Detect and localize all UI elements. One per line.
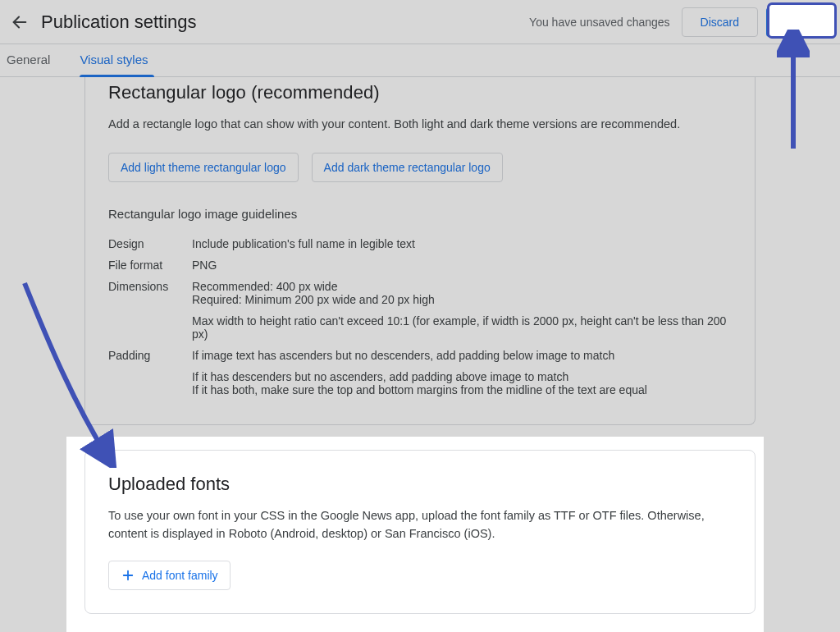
add-font-family-label: Add font family — [142, 569, 218, 582]
tab-visual-styles[interactable]: Visual styles — [80, 44, 154, 76]
content-area: Rectangular logo (recommended) Add a rec… — [0, 77, 840, 632]
guideline-value-padding: If image text has ascenders but no desce… — [192, 349, 732, 396]
save-button[interactable]: Save — [766, 7, 830, 37]
add-dark-logo-button[interactable]: Add dark theme rectangular logo — [312, 153, 503, 182]
guideline-value-file: PNG — [192, 259, 732, 272]
rectangular-logo-card: Rectangular logo (recommended) Add a rec… — [84, 77, 756, 425]
header: Publication settings You have unsaved ch… — [0, 0, 840, 44]
guidelines-subhead: Rectangular logo image guidelines — [108, 207, 732, 221]
plus-icon — [121, 568, 135, 583]
rect-logo-title: Rectangular logo (recommended) — [108, 77, 732, 103]
guideline-label-padding: Padding — [108, 349, 192, 362]
fonts-desc: To use your own font in your CSS in the … — [108, 506, 732, 543]
rect-logo-desc: Add a rectangle logo that can show with … — [108, 115, 732, 133]
tabs-bar: General Visual styles — [0, 44, 840, 77]
guideline-value-dimensions: Recommended: 400 px wide Required: Minim… — [192, 280, 732, 341]
guidelines-table: Design Include publication's full name i… — [108, 237, 732, 396]
add-font-family-button[interactable]: Add font family — [108, 561, 231, 590]
add-light-logo-button[interactable]: Add light theme rectangular logo — [108, 153, 299, 182]
uploaded-fonts-card: Uploaded fonts To use your own font in y… — [84, 450, 756, 614]
guideline-label-file: File format — [108, 259, 192, 272]
back-arrow-icon[interactable] — [10, 12, 30, 32]
unsaved-changes-text: You have unsaved changes — [529, 16, 670, 29]
guideline-label-dimensions: Dimensions — [108, 280, 192, 293]
tab-general[interactable]: General — [7, 44, 57, 76]
discard-button[interactable]: Discard — [682, 7, 758, 37]
guideline-value-design: Include publication's full name in legib… — [192, 237, 732, 250]
fonts-title: Uploaded fonts — [108, 451, 732, 495]
page-title: Publication settings — [41, 11, 197, 33]
guideline-label-design: Design — [108, 237, 192, 250]
